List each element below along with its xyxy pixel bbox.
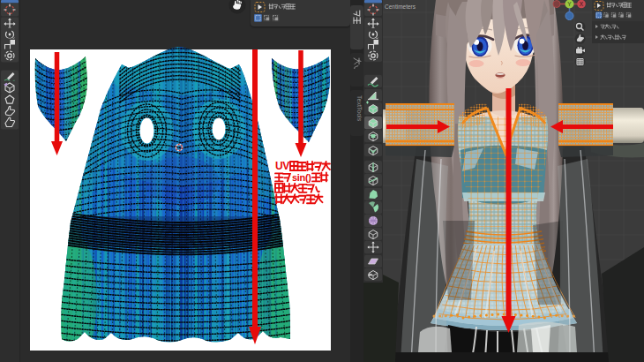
svg-text:TextTools: TextTools [356,95,363,122]
svg-text:Centimeters: Centimeters [385,4,416,10]
svg-text:Y: Y [567,1,572,7]
svg-text:sin(): sin() [292,172,311,183]
svg-text:X: X [580,1,584,7]
svg-text:UV: UV [275,160,289,172]
